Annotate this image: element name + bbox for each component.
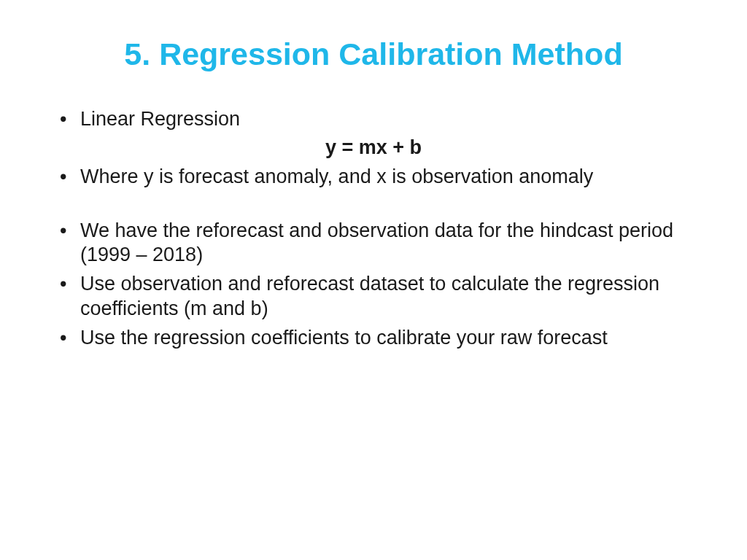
bullet-item: Where y is forecast anomaly, and x is ob…	[51, 165, 696, 190]
bullet-list: Linear Regression	[51, 107, 696, 132]
bullet-list: Where y is forecast anomaly, and x is ob…	[51, 165, 696, 190]
spacer	[51, 194, 696, 219]
bullet-item: Linear Regression	[51, 107, 696, 132]
slide-title: 5. Regression Calibration Method	[51, 36, 696, 72]
bullet-item: Use observation and reforecast dataset t…	[51, 272, 696, 322]
bullet-item: We have the reforecast and observation d…	[51, 219, 696, 268]
equation: y = mx + b	[51, 136, 696, 159]
bullet-list: We have the reforecast and observation d…	[51, 219, 696, 351]
slide-content: Linear Regression y = mx + b Where y is …	[51, 107, 696, 350]
bullet-item: Use the regression coefficients to calib…	[51, 326, 696, 351]
